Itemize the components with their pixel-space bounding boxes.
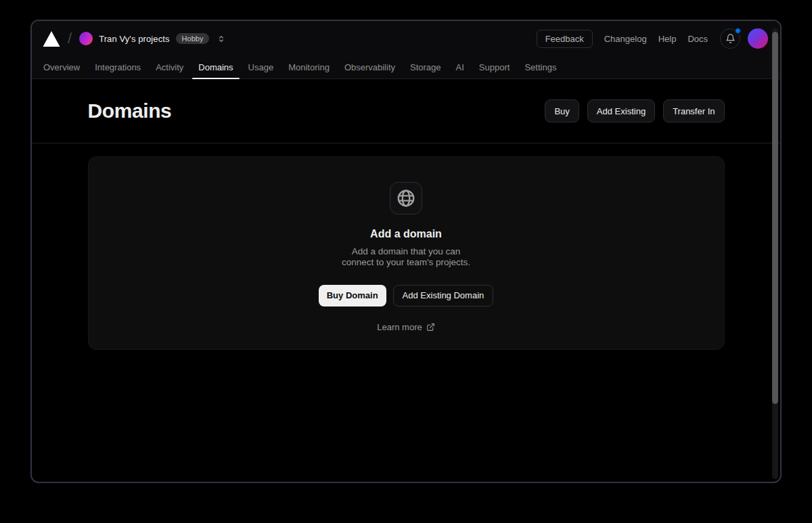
feedback-button[interactable]: Feedback — [537, 30, 593, 48]
notifications-button[interactable] — [720, 28, 740, 49]
team-switcher[interactable]: Tran Vy's projects Hobby — [79, 32, 226, 45]
nav-tabs: Overview Integrations Activity Domains U… — [32, 56, 780, 79]
active-tab-indicator — [192, 78, 239, 79]
learn-more-label: Learn more — [377, 322, 422, 332]
chevron-up-down-icon[interactable] — [217, 34, 226, 44]
help-link[interactable]: Help — [658, 34, 677, 44]
tab-observability[interactable]: Observability — [337, 56, 403, 78]
add-existing-button[interactable]: Add Existing — [587, 99, 655, 122]
description-line-2: connect to your team's projects. — [342, 257, 470, 267]
tab-domains[interactable]: Domains — [191, 56, 240, 78]
page-title: Domains — [88, 99, 172, 122]
breadcrumb: / Tran Vy's projects Hobby — [43, 30, 226, 47]
description-line-1: Add a domain that you can — [352, 246, 461, 256]
tab-usage[interactable]: Usage — [241, 56, 281, 78]
vercel-logo-icon[interactable] — [43, 31, 60, 47]
topbar: / Tran Vy's projects Hobby Feedback Chan… — [32, 21, 780, 56]
dashboard-window: / Tran Vy's projects Hobby Feedback Chan… — [30, 20, 782, 483]
breadcrumb-separator-slash: / — [68, 30, 72, 47]
transfer-in-button[interactable]: Transfer In — [663, 99, 724, 122]
empty-state-actions: Buy Domain Add Existing Domain — [319, 285, 494, 306]
tab-support[interactable]: Support — [472, 56, 518, 78]
user-avatar[interactable] — [748, 28, 768, 49]
tab-monitoring[interactable]: Monitoring — [281, 56, 337, 78]
add-existing-domain-button[interactable]: Add Existing Domain — [393, 285, 494, 306]
buy-button[interactable]: Buy — [545, 99, 579, 122]
topbar-actions: Feedback Changelog Help Docs — [537, 28, 768, 49]
tab-ai[interactable]: AI — [449, 56, 472, 78]
team-avatar — [79, 32, 93, 45]
bell-icon — [725, 33, 736, 44]
changelog-link[interactable]: Changelog — [604, 34, 647, 44]
tab-storage[interactable]: Storage — [403, 56, 449, 78]
content-area: Add a domain Add a domain that you can c… — [32, 156, 780, 350]
scrollbar-thumb[interactable] — [772, 32, 778, 404]
tab-integrations[interactable]: Integrations — [87, 56, 148, 78]
page-actions: Buy Add Existing Transfer In — [545, 99, 724, 122]
empty-state-card: Add a domain Add a domain that you can c… — [88, 156, 725, 350]
empty-state-description: Add a domain that you can connect to you… — [342, 246, 470, 269]
page-header: Domains Buy Add Existing Transfer In — [32, 79, 780, 143]
globe-icon — [396, 188, 416, 208]
notification-dot — [735, 28, 741, 34]
tab-settings[interactable]: Settings — [517, 56, 564, 78]
globe-icon-container — [390, 182, 422, 214]
empty-state-title: Add a domain — [370, 228, 442, 240]
docs-link[interactable]: Docs — [687, 34, 708, 44]
team-name: Tran Vy's projects — [99, 34, 169, 44]
plan-badge: Hobby — [176, 33, 210, 44]
tab-activity[interactable]: Activity — [148, 56, 191, 78]
learn-more-link[interactable]: Learn more — [377, 322, 434, 332]
tab-overview[interactable]: Overview — [36, 56, 87, 78]
buy-domain-button[interactable]: Buy Domain — [319, 285, 386, 306]
external-link-icon — [426, 323, 435, 332]
tab-domains-label: Domains — [198, 62, 233, 72]
